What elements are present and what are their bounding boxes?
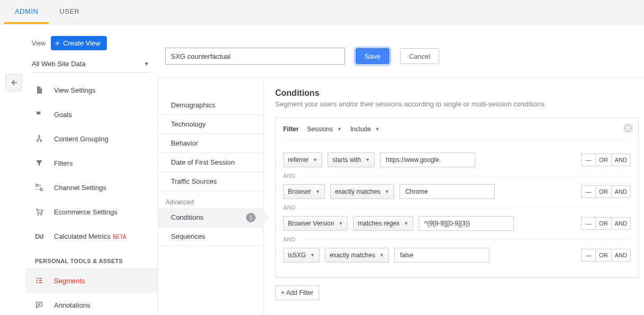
caret-down-icon: ▼ [404,221,409,226]
sidebar-heading-personal: PERSONAL TOOLS & ASSETS [25,248,158,268]
caret-down-icon: ▼ [144,61,149,67]
operator-select[interactable]: exactly matches▼ [325,248,389,263]
and-button[interactable]: AND [611,154,631,166]
caret-down-icon: ▼ [385,189,389,194]
tab-admin[interactable]: ADMIN [4,0,49,24]
dd-icon: Dd [34,232,44,240]
or-button[interactable]: OR [595,217,612,230]
plus-icon: + [55,40,60,47]
and-button[interactable]: AND [611,249,631,262]
caret-down-icon: ▼ [337,127,342,132]
sidebar-item-filters[interactable]: Filters [25,151,158,175]
operator-select[interactable]: starts with▼ [328,152,375,167]
midnav-sequences[interactable]: Sequences [158,227,263,246]
caret-down-icon: ▼ [315,189,320,194]
view-label: View [32,40,46,47]
or-button[interactable]: OR [595,185,612,198]
and-separator: AND [283,173,631,179]
caret-down-icon: ▼ [313,157,318,163]
create-view-button[interactable]: + Create View [51,36,107,50]
cancel-button[interactable]: Cancel [400,48,439,64]
sidebar-item-label: Annotations [54,301,90,309]
conditions-desc: Segment your users and/or their sessions… [275,100,639,108]
or-button[interactable]: OR [595,249,612,262]
midnav-item-label: Conditions [171,213,203,221]
condition-row: referrer▼ starts with▼ — OR AND [283,147,631,173]
grouping-icon [34,134,44,143]
remove-rule-button[interactable]: — [581,217,596,230]
tab-user[interactable]: USER [49,0,90,24]
value-input[interactable] [394,248,489,263]
sidebar-item-annotations[interactable]: Annotations [25,293,158,315]
sidebar-item-channel-settings[interactable]: Channel Settings [25,175,158,200]
dimension-select[interactable]: isSXG▼ [283,248,320,263]
channel-icon [34,183,44,192]
page-icon [34,85,44,95]
dimension-select[interactable]: Browser▼ [283,184,325,199]
view-selected-label: All Web Site Data [32,60,86,68]
midnav-conditions[interactable]: Conditions 1 [158,208,263,227]
sidebar-item-calc-metrics[interactable]: Dd Calculated MetricsBETA [25,224,158,248]
svg-rect-3 [36,184,38,186]
scope-select[interactable]: Sessions▼ [307,125,342,133]
condition-row: isSXG▼ exactly matches▼ — OR AND [283,242,631,268]
midnav-behavior[interactable]: Behavior [158,134,263,153]
midnav-traffic-sources[interactable]: Traffic Sources [158,172,263,191]
remove-filter-button[interactable] [623,123,633,133]
midnav-first-session[interactable]: Date of First Session [158,153,263,172]
view-select[interactable]: All Web Site Data ▼ [32,57,149,73]
sidebar-item-segments[interactable]: Segments [25,268,158,293]
dimension-select[interactable]: referrer▼ [283,152,322,167]
svg-point-6 [41,214,42,215]
arrow-left-icon [10,78,18,87]
value-input[interactable] [380,152,475,167]
conditions-title: Conditions [275,88,639,98]
sidebar-item-goals[interactable]: Goals [25,102,158,127]
remove-rule-button[interactable]: — [581,249,596,262]
sidebar-item-label: Ecommerce Settings [54,208,117,216]
svg-rect-4 [40,188,42,191]
midnav-technology[interactable]: Technology [158,115,263,134]
remove-rule-button[interactable]: — [581,154,596,166]
sidebar-item-view-settings[interactable]: View Settings [25,78,158,102]
midnav-demographics[interactable]: Demographics [158,96,263,115]
caret-down-icon: ▼ [375,127,380,132]
save-button[interactable]: Save [356,48,389,64]
back-button[interactable] [5,74,22,91]
svg-point-2 [40,140,42,142]
mode-select[interactable]: Include▼ [350,125,380,133]
create-view-label: Create View [63,39,101,47]
caret-down-icon: ▼ [310,253,315,258]
and-button[interactable]: AND [611,185,631,198]
filter-label: Filter [283,125,298,133]
funnel-icon [34,159,44,167]
sidebar-item-label: Content Grouping [54,135,108,143]
segment-name-input[interactable] [165,48,345,65]
or-button[interactable]: OR [595,154,612,166]
comment-icon [34,301,44,309]
segments-icon [34,276,44,285]
and-separator: AND [283,236,631,242]
cart-icon [34,208,44,216]
sidebar-item-label: Goals [54,111,72,119]
sidebar-item-label: Filters [54,159,72,167]
svg-point-1 [37,140,38,142]
and-button[interactable]: AND [611,217,631,230]
svg-point-5 [38,214,39,215]
sidebar-item-label: Channel Settings [54,184,106,192]
dimension-select[interactable]: Browser Version▼ [283,216,348,231]
remove-rule-button[interactable]: — [581,185,596,198]
value-input[interactable] [400,184,495,199]
caret-down-icon: ▼ [365,157,370,163]
sidebar-item-content-grouping[interactable]: Content Grouping [25,127,158,151]
value-input[interactable] [419,216,514,231]
add-filter-button[interactable]: + Add Filter [275,285,319,300]
filter-box: Filter Sessions▼ Include▼ referrer▼ star [275,118,639,278]
conditions-count-badge: 1 [246,213,256,222]
operator-select[interactable]: matches regex▼ [353,216,413,231]
condition-row: Browser▼ exactly matches▼ — OR AND [283,179,631,204]
caret-down-icon: ▼ [379,253,384,258]
operator-select[interactable]: exactly matches▼ [330,184,394,199]
caret-down-icon: ▼ [338,221,343,226]
sidebar-item-ecommerce[interactable]: Ecommerce Settings [25,200,158,224]
